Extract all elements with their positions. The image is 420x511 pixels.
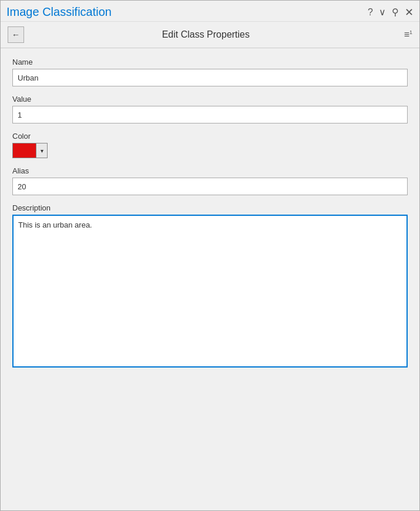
- menu-icon[interactable]: ≡1: [404, 29, 412, 40]
- description-field-group: Description This is an urban area.: [12, 203, 408, 370]
- value-label: Value: [12, 95, 408, 103]
- value-input[interactable]: [12, 106, 408, 123]
- alias-label: Alias: [12, 166, 408, 175]
- sub-title: Edit Class Properties: [24, 29, 388, 40]
- color-selector: ▾: [12, 143, 408, 158]
- color-field-group: Color ▾: [12, 132, 408, 158]
- title-bar: Image Classification ? ∨ ⚲ ✕: [1, 1, 419, 22]
- value-field-group: Value: [12, 95, 408, 123]
- title-icons: ? ∨ ⚲ ✕: [368, 7, 414, 18]
- main-panel: Image Classification ? ∨ ⚲ ✕ ← Edit Clas…: [0, 0, 420, 511]
- alias-field-group: Alias: [12, 166, 408, 195]
- back-button[interactable]: ←: [8, 26, 24, 43]
- name-field-group: Name: [12, 58, 408, 86]
- color-label: Color: [12, 132, 408, 141]
- color-swatch[interactable]: [12, 143, 36, 158]
- description-label: Description: [12, 203, 408, 212]
- name-label: Name: [12, 58, 408, 66]
- pin-icon[interactable]: ⚲: [392, 8, 399, 17]
- alias-input[interactable]: [12, 178, 408, 195]
- close-icon[interactable]: ✕: [405, 7, 414, 18]
- sub-header: ← Edit Class Properties ≡1: [1, 22, 419, 48]
- chevron-down-icon[interactable]: ∨: [379, 8, 386, 17]
- app-title: Image Classification: [6, 5, 112, 19]
- help-icon[interactable]: ?: [368, 8, 373, 17]
- name-input[interactable]: [12, 69, 408, 86]
- form-content: Name Value Color ▾ Alias Description Thi…: [1, 48, 419, 510]
- color-dropdown-button[interactable]: ▾: [36, 143, 48, 158]
- description-textarea[interactable]: This is an urban area.: [12, 215, 408, 368]
